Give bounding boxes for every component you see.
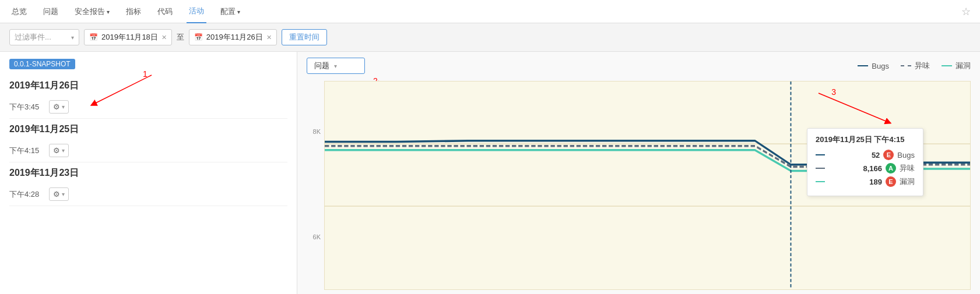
event-filter-arrow: ▾ bbox=[71, 34, 74, 41]
event-filter-label: 过滤事件... bbox=[15, 32, 51, 42]
legend-vuln-label: 漏洞 bbox=[956, 61, 971, 71]
date-to-input[interactable]: 📅 2019年11月26日 ✕ bbox=[189, 29, 277, 45]
y-label-8k: 8K bbox=[313, 128, 321, 135]
to-label: 至 bbox=[177, 32, 184, 42]
gear-dropdown-arrow-3: ▾ bbox=[62, 191, 65, 197]
gear-icon: ⚙ bbox=[53, 102, 60, 111]
nav-item-metrics[interactable]: 指标 bbox=[124, 1, 143, 23]
legend-smell: 异味 bbox=[901, 61, 930, 71]
chart-legend: Bugs 异味 漏洞 bbox=[858, 61, 971, 71]
filter-bar: 过滤事件... ▾ 📅 2019年11月18日 ✕ 至 📅 2019年11月26… bbox=[0, 23, 980, 52]
main-content: 1 0.0.1-SNAPSHOT 2019年11月26日 下午3:45 ⚙ ▾ … bbox=[0, 52, 980, 294]
legend-smell-line bbox=[901, 65, 911, 66]
gear-icon-3: ⚙ bbox=[53, 190, 60, 199]
tooltip-smell-label: 异味 bbox=[900, 163, 915, 173]
tooltip-bugs-label: Bugs bbox=[897, 151, 915, 160]
tooltip-bugs-value: 52 bbox=[856, 151, 880, 160]
legend-smell-label: 异味 bbox=[915, 61, 930, 71]
date-from-close-icon[interactable]: ✕ bbox=[161, 34, 167, 41]
tooltip-bugs-line bbox=[816, 154, 825, 155]
tooltip-vuln-badge: E bbox=[886, 176, 896, 187]
tooltip-row-bugs: 52 E Bugs bbox=[816, 150, 915, 160]
legend-bugs-line bbox=[858, 65, 868, 66]
event-time-nov25-1: 下午4:15 bbox=[9, 146, 44, 156]
date-header-nov25: 2019年11月25日 bbox=[9, 123, 287, 136]
y-label-6k: 6K bbox=[313, 233, 321, 240]
legend-vuln: 漏洞 bbox=[942, 61, 971, 71]
event-filter-dropdown[interactable]: 过滤事件... ▾ bbox=[9, 29, 79, 45]
version-badge: 0.0.1-SNAPSHOT bbox=[9, 59, 75, 69]
tooltip-title: 2019年11月25日 下午4:15 bbox=[816, 134, 915, 145]
tooltip-vuln-value: 189 bbox=[859, 178, 882, 186]
event-time-nov26-1: 下午3:45 bbox=[9, 102, 44, 112]
gear-button-nov25-1[interactable]: ⚙ ▾ bbox=[49, 144, 69, 157]
nav-item-overview[interactable]: 总览 bbox=[9, 1, 29, 23]
chart-container: 8K 6K bbox=[307, 79, 971, 290]
nav-item-issues[interactable]: 问题 bbox=[41, 1, 61, 23]
tooltip-vuln-label: 漏洞 bbox=[900, 176, 915, 187]
legend-bugs-label: Bugs bbox=[872, 62, 889, 70]
nav-item-code[interactable]: 代码 bbox=[155, 1, 175, 23]
right-panel: 2 问题 ▾ Bugs 异味 漏洞 bbox=[297, 52, 980, 294]
gear-dropdown-arrow: ▾ bbox=[62, 104, 65, 110]
legend-vuln-line bbox=[942, 65, 952, 66]
legend-bugs: Bugs bbox=[858, 62, 889, 70]
tooltip-bugs-badge: E bbox=[883, 150, 894, 160]
tooltip-row-smell: 8,166 A 异味 bbox=[816, 163, 915, 173]
left-panel: 1 0.0.1-SNAPSHOT 2019年11月26日 下午3:45 ⚙ ▾ … bbox=[0, 52, 297, 294]
gear-dropdown-arrow-2: ▾ bbox=[62, 147, 65, 154]
date-header-nov26: 2019年11月26日 bbox=[9, 80, 287, 92]
nav-items: 总览 问题 安全报告 指标 代码 活动 配置 bbox=[9, 0, 243, 23]
gear-button-nov23-1[interactable]: ⚙ ▾ bbox=[49, 187, 69, 201]
nav-item-config[interactable]: 配置 bbox=[218, 1, 243, 23]
event-time-nov23-1: 下午4:28 bbox=[9, 189, 44, 200]
calendar-from-icon: 📅 bbox=[89, 33, 98, 41]
date-from-input[interactable]: 📅 2019年11月18日 ✕ bbox=[84, 29, 172, 45]
annotation-1-number: 1 bbox=[143, 69, 147, 79]
gear-button-nov26-1[interactable]: ⚙ ▾ bbox=[49, 100, 69, 114]
event-row-nov25-1: 下午4:15 ⚙ ▾ bbox=[9, 139, 287, 162]
tooltip-smell-value: 8,166 bbox=[859, 164, 882, 173]
gear-icon-2: ⚙ bbox=[53, 146, 60, 155]
annotation-3-number: 3 bbox=[831, 87, 836, 97]
tooltip-smell-line bbox=[816, 168, 825, 169]
event-row-nov23-1: 下午4:28 ⚙ ▾ bbox=[9, 183, 287, 206]
chart-dropdown-arrow: ▾ bbox=[334, 63, 337, 69]
date-to-value: 2019年11月26日 bbox=[206, 32, 263, 42]
chart-area: 3 2019年11月25日 下午4:15 52 E Bugs 8,166 bbox=[324, 81, 971, 290]
date-header-nov23: 2019年11月23日 bbox=[9, 167, 287, 179]
y-axis: 8K 6K bbox=[307, 79, 324, 290]
top-navigation: 总览 问题 安全报告 指标 代码 活动 配置 ☆ bbox=[0, 0, 980, 23]
reset-time-button[interactable]: 重置时间 bbox=[282, 29, 327, 45]
chart-type-label: 问题 bbox=[314, 61, 329, 71]
tooltip-vuln-line bbox=[816, 181, 825, 182]
tooltip-smell-badge: A bbox=[886, 163, 896, 173]
chart-type-dropdown[interactable]: 问题 ▾ bbox=[307, 58, 365, 74]
chart-tooltip: 2019年11月25日 下午4:15 52 E Bugs 8,166 A 异味 bbox=[807, 128, 923, 196]
nav-item-security[interactable]: 安全报告 bbox=[72, 1, 112, 23]
nav-item-activity[interactable]: 活动 bbox=[187, 0, 206, 23]
event-row-nov26-1: 下午3:45 ⚙ ▾ bbox=[9, 95, 287, 119]
chart-header: 2 问题 ▾ Bugs 异味 漏洞 bbox=[307, 58, 971, 74]
tooltip-row-vuln: 189 E 漏洞 bbox=[816, 176, 915, 187]
calendar-to-icon: 📅 bbox=[194, 33, 203, 41]
star-icon[interactable]: ☆ bbox=[961, 5, 971, 18]
date-to-close-icon[interactable]: ✕ bbox=[266, 34, 272, 41]
date-from-value: 2019年11月18日 bbox=[101, 32, 158, 42]
